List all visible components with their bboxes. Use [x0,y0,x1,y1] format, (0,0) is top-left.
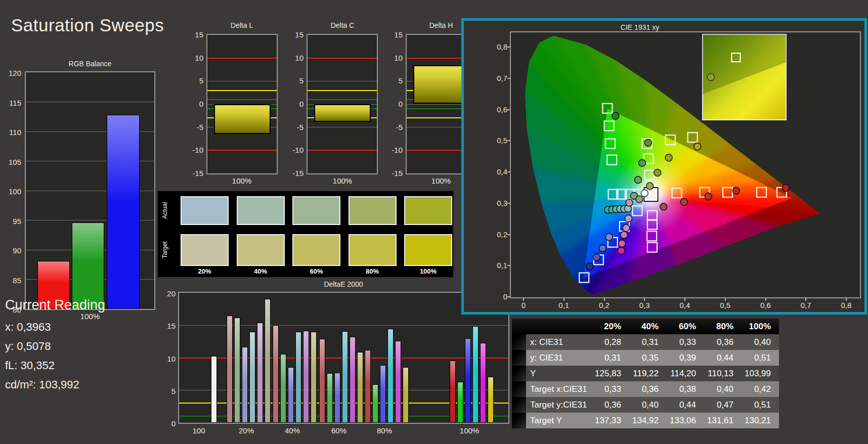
measured-point-marker [621,231,628,238]
measured-point-marker [619,240,626,247]
deltae-y-axis-label: 0 [154,419,176,428]
table-swatch-cell [512,334,526,350]
measured-point-marker [586,263,593,270]
rgb-y-axis-label: 100 [0,187,21,196]
table-value-cell: 0,40 [742,334,779,350]
saturation-sweeps-page: Saturation Sweeps RGB Balance 100% Delta… [0,0,868,444]
measured-point-marker [644,139,652,146]
deltae-bar [273,325,279,423]
delta-y-axis-label: 10 [184,54,203,63]
deltae-x-axis-label: 80% [377,426,392,435]
current-reading-cdm2: cd/m²: 103,992 [5,378,79,391]
swatch-target-80% [349,234,397,266]
cie-y-axis-label: 0,7 [487,74,507,83]
cie-y-tick [507,109,510,110]
swatch-col-label: 100% [420,268,437,275]
cie-y-axis-label: 0,6 [487,105,507,114]
delta-y-axis-label: 0 [284,100,303,109]
table-value-cell: 0,44 [704,350,742,366]
delta-h-title: Delta H [429,21,453,29]
table-row: Target Y137,33134,92133,06131,61130,21 [512,413,779,428]
delta-bar [214,104,271,134]
table-swatch-cell [512,413,526,428]
deltae2000-title: DeltaE 2000 [324,280,363,288]
cie-1931-plot [510,31,861,298]
deltae-bar [234,318,240,423]
deltae-bar [465,338,471,423]
deltae-bar [280,354,286,423]
table-value-cell: 0,40 [704,381,742,397]
delta-limit-green [308,99,377,100]
swatch-actual-40% [237,196,285,225]
delta-limit-red [207,150,277,151]
swatch-target-40% [237,234,285,266]
deltae-x-axis-label: 100 [192,426,205,435]
measured-point-marker [680,199,687,206]
cie-y-tick [507,265,510,266]
swatch-actual-80% [349,196,397,225]
table-swatch-cell [512,366,526,381]
cie-x-tick [846,298,847,301]
cie-x-axis-label: 0,6 [756,301,776,310]
measured-point-marker [634,176,641,184]
table-header-cell: 20% [592,319,629,334]
rgb-balance-title: RGB Balance [69,60,112,68]
deltae-bar [472,326,479,423]
delta-limit-red [308,58,377,59]
swatch-row-label-actual: Actual [161,202,168,218]
deltae-bar [288,367,294,423]
table-value-cell: 103,99 [742,366,779,381]
deltae-bar [227,316,233,423]
table-row-label: y: CIE31 [526,350,592,366]
cie-y-axis-label: 0,1 [487,261,507,270]
measured-point-marker [665,154,672,161]
delta-c-xlabel: 100% [333,176,352,185]
table-value-cell: 131,61 [704,413,742,428]
cie-x-tick [805,298,806,301]
cie-x-axis-label: 0,1 [554,301,574,310]
deltae-x-axis-label: 100% [460,426,479,435]
deltae-y-axis-label: 5 [154,387,176,396]
cie-x-tick [765,298,766,301]
table-row-label: x: CIE31 [526,334,592,350]
table-header-cell: 100% [742,319,779,334]
cie-1931-title: CIE 1931 xy [621,23,659,31]
table-value-cell: 0,51 [742,350,779,366]
delta-y-axis-label: 15 [184,30,203,39]
delta-l-title: Delta L [231,21,253,29]
measured-point-marker [636,196,643,203]
rgb-balance-plot [25,71,155,310]
cie-x-axis-label: 0,5 [715,301,735,310]
measured-point-marker [694,143,701,150]
deltae-y-axis-label: 20 [154,289,176,298]
cie-x-tick [725,298,726,301]
delta-y-axis-label: -15 [383,169,403,178]
table-header-cell: 40% [629,319,667,334]
table-value-cell: 0,35 [629,350,667,366]
cie-x-tick [563,298,565,301]
cie-x-tick [604,298,605,301]
deltae-bar [403,367,409,423]
delta-limit-green [207,99,277,100]
deltae-bar [211,356,217,423]
table-row: Target y:CIE310,360,400,440,470,51 [512,397,779,413]
measured-point-marker [612,112,619,119]
deltae-bar [303,331,309,423]
cie-diagram [511,32,860,297]
table-row-label: Target Y [526,413,592,428]
table-value-cell: 0,28 [592,334,629,350]
rgb-balance-xlabel: 100% [80,312,100,321]
cie-y-tick [507,203,510,204]
delta-bar [314,104,371,122]
delta-h-xlabel: 100% [431,176,451,185]
table-value-cell: 0,36 [629,381,667,397]
table-value-cell: 0,33 [592,381,629,397]
deltae-bar [350,337,356,423]
cie-y-axis-label: 0,2 [487,230,507,239]
rgb-bar-green [72,223,104,309]
table-value-cell: 0,51 [742,397,779,413]
deltae-bar [249,332,255,423]
deltae-x-axis-label: 60% [331,426,346,435]
measured-point-marker [599,245,606,252]
measured-point-marker [593,254,600,261]
